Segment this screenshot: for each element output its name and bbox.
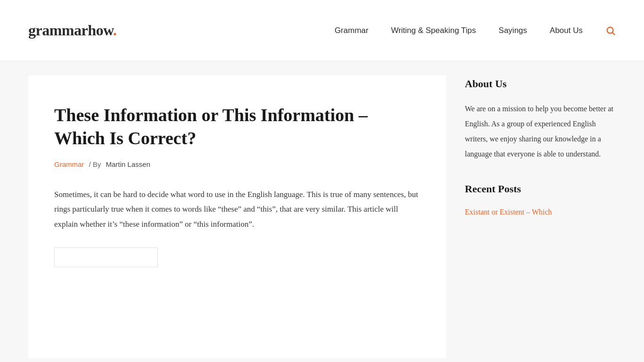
article-meta: Grammar / By Martin Lassen: [54, 159, 420, 170]
search-button[interactable]: [605, 25, 616, 36]
sidebar-recent-posts-section: Recent Posts Existant or Existent – Whic…: [465, 181, 616, 218]
article-container: These Information or This Information – …: [28, 75, 446, 358]
svg-line-1: [612, 33, 615, 35]
sidebar-about-section: About Us We are on a mission to help you…: [465, 75, 616, 162]
sidebar-about-text: We are on a mission to help you become b…: [465, 101, 616, 162]
article-title: These Information or This Information – …: [54, 104, 420, 150]
svg-point-0: [607, 27, 613, 33]
site-logo[interactable]: grammarhow.: [28, 18, 116, 42]
meta-separator: / By: [89, 160, 101, 168]
toc-box: [54, 247, 158, 267]
main-nav: Grammar Writing & Speaking Tips Sayings …: [335, 24, 616, 37]
article-paragraph-1: Sometimes, it can be hard to decide what…: [54, 187, 420, 231]
sidebar-recent-posts-heading: Recent Posts: [465, 181, 616, 197]
site-header: grammarhow. Grammar Writing & Speaking T…: [0, 0, 644, 61]
logo-text: grammarhow: [28, 22, 113, 39]
recent-post-link-1[interactable]: Existant or Existent – Which: [465, 206, 616, 218]
article-body: Sometimes, it can be hard to decide what…: [54, 187, 420, 231]
article-category[interactable]: Grammar: [54, 160, 84, 168]
main-wrapper: These Information or This Information – …: [0, 61, 644, 362]
nav-item-sayings[interactable]: Sayings: [499, 24, 527, 37]
nav-item-about-us[interactable]: About Us: [550, 24, 583, 37]
sidebar-about-heading: About Us: [465, 75, 616, 92]
content-layout: These Information or This Information – …: [28, 75, 616, 358]
search-icon: [605, 25, 616, 36]
nav-item-writing-speaking[interactable]: Writing & Speaking Tips: [391, 24, 476, 37]
nav-item-grammar[interactable]: Grammar: [335, 24, 369, 37]
logo-dot: .: [113, 22, 117, 39]
sidebar: About Us We are on a mission to help you…: [465, 75, 616, 358]
article-author: Martin Lassen: [106, 160, 150, 168]
